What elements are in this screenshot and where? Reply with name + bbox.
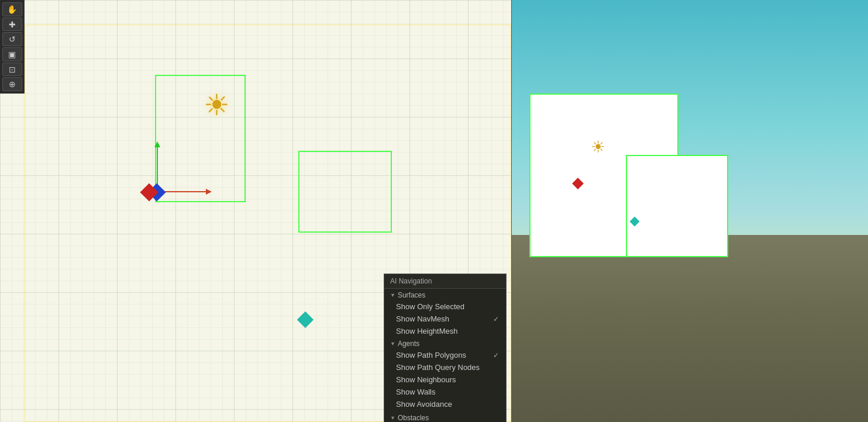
checkmark-navmesh: ✓: [493, 315, 499, 323]
gizmo-x-arrow-tip: [206, 189, 212, 195]
menu-item-path-polygons[interactable]: Show Path Polygons ✓: [384, 349, 506, 361]
context-menu: AI Navigation Surfaces Show Only Selecte…: [384, 274, 507, 422]
menu-item-show-heightmesh[interactable]: Show HeightMesh: [384, 325, 506, 337]
menu-item-avoidance[interactable]: Show Avoidance: [384, 398, 506, 410]
toolbar: ✋ ✚ ↺ ▣ ⊡ ⊕: [0, 0, 25, 94]
menu-item-walls[interactable]: Show Walls: [384, 386, 506, 398]
sun-icon: ☀: [204, 88, 230, 122]
gizmo-y-arrow: [157, 143, 158, 185]
ground-3d: [512, 235, 868, 422]
right-panel-3d: ☀: [512, 0, 868, 422]
menu-header: AI Navigation: [384, 274, 506, 289]
move-tool-button[interactable]: ✚: [2, 18, 22, 32]
hand-tool-button[interactable]: ✋: [2, 2, 22, 16]
sun-object[interactable]: ☀: [193, 82, 240, 129]
menu-section-obstacles[interactable]: Obstacles: [384, 411, 506, 422]
menu-item-show-navmesh[interactable]: Show NavMesh ✓: [384, 313, 506, 325]
scale-tool-button[interactable]: ⊡: [2, 63, 22, 77]
rotate-tool-button[interactable]: ↺: [2, 32, 22, 46]
menu-item-show-only-selected[interactable]: Show Only Selected: [384, 300, 506, 313]
menu-section-surfaces[interactable]: Surfaces: [384, 289, 506, 300]
sun-icon-3d: ☀: [591, 137, 605, 157]
world-tool-button[interactable]: ⊕: [2, 77, 22, 91]
viewport-container: ✋ ✚ ↺ ▣ ⊡ ⊕ ☀ AI Navigation: [0, 0, 868, 422]
left-panel-2d: ✋ ✚ ↺ ▣ ⊡ ⊕ ☀ AI Navigation: [0, 0, 512, 422]
menu-item-path-query-nodes[interactable]: Show Path Query Nodes: [384, 361, 506, 373]
rect-tool-button[interactable]: ▣: [2, 47, 22, 61]
menu-section-agents[interactable]: Agents: [384, 337, 506, 349]
menu-item-neighbours[interactable]: Show Neighbours: [384, 373, 506, 386]
platform-3d-2: [626, 155, 728, 257]
selection-rect-2: [298, 151, 392, 233]
checkmark-path-polygons: ✓: [493, 351, 499, 359]
